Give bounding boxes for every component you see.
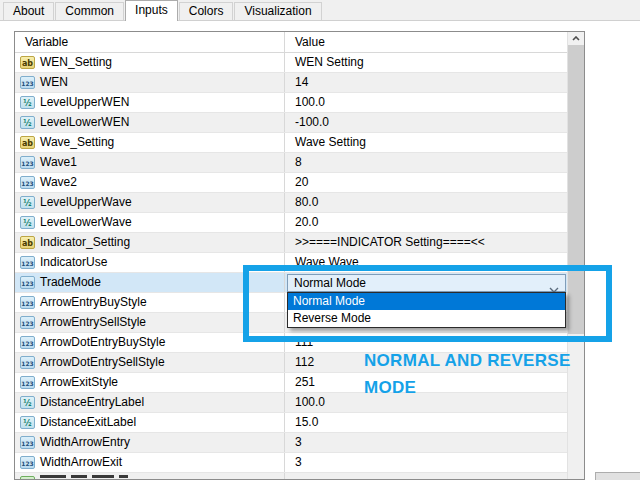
variable-cell[interactable]: abIndicator_Setting xyxy=(15,233,285,252)
table-row[interactable]: ½LevelLowerWEN-100.0 xyxy=(15,113,567,133)
value-cell[interactable]: 20 xyxy=(285,173,567,192)
variable-name: LevelUpperWEN xyxy=(40,93,129,112)
table-row[interactable]: 123ArrowExitStyle251 xyxy=(15,373,567,393)
table-row[interactable]: ½DistanceEntryLabel100.0 xyxy=(15,393,567,413)
scrollbar-thumb[interactable] xyxy=(568,45,584,334)
value-cell[interactable]: >>====INDICATOR Setting====<< xyxy=(285,233,567,252)
table-row[interactable]: abWEN_SettingWEN Setting xyxy=(15,53,567,73)
tab-visualization[interactable]: Visualization xyxy=(234,2,321,20)
variable-cell[interactable]: abWEN_Setting xyxy=(15,53,285,72)
variable-name: ArrowEntryBuyStyle xyxy=(40,293,147,312)
table-row[interactable]: ½LevelLowerWave20.0 xyxy=(15,213,567,233)
variable-cell[interactable]: 123Wave1 xyxy=(15,153,285,172)
value-cell[interactable]: Wave Wave xyxy=(285,253,567,272)
value-cell[interactable]: 251 xyxy=(285,373,567,392)
variable-name: LevelUpperWave xyxy=(40,193,132,212)
value-cell[interactable]: 20.0 xyxy=(285,213,567,232)
variable-cell[interactable]: 123ArrowExitStyle xyxy=(15,373,285,392)
variable-cell[interactable]: 123Wave2 xyxy=(15,173,285,192)
string-type-icon: ab xyxy=(20,236,35,249)
table-row[interactable]: ½LevelUpperWEN100.0 xyxy=(15,93,567,113)
value-cell[interactable]: 100.0 xyxy=(285,93,567,112)
value-cell[interactable]: WEN Setting xyxy=(285,53,567,72)
indicator-properties-dialog: { "tabs": { "items": [ {"label": "About"… xyxy=(0,0,640,480)
value-cell[interactable]: 3 xyxy=(285,453,567,472)
variable-cell[interactable]: 123WidthArrowEntry xyxy=(15,433,285,452)
variable-name: ArrowDotEntryBuyStyle xyxy=(40,333,165,352)
clipped-text-sliver xyxy=(40,475,66,478)
variable-name: Indicator_Setting xyxy=(40,233,130,252)
variable-cell[interactable]: 123ArrowEntrySellStyle xyxy=(15,313,285,332)
variable-cell[interactable]: 123IndicatorUse xyxy=(15,253,285,272)
variable-cell[interactable]: 123WidthArrowExit xyxy=(15,453,285,472)
table-row[interactable]: abWave_SettingWave Setting xyxy=(15,133,567,153)
variable-cell[interactable]: 123ArrowEntryBuyStyle xyxy=(15,293,285,312)
variable-cell[interactable]: ½LevelLowerWEN xyxy=(15,113,285,132)
double-type-icon: ½ xyxy=(20,396,35,409)
table-row[interactable]: ½LevelUpperWave80.0 xyxy=(15,193,567,213)
string-type-icon: ab xyxy=(20,136,35,149)
column-header-variable: Variable xyxy=(15,32,285,52)
table-row[interactable]: 123WidthArrowExit3 xyxy=(15,453,567,473)
value-cell[interactable]: 8 xyxy=(285,153,567,172)
integer-type-icon: 123 xyxy=(20,336,35,349)
variable-cell[interactable]: 123WEN xyxy=(15,73,285,92)
table-header: Variable Value xyxy=(15,32,567,53)
variable-cell[interactable]: ½DistanceExitLabel xyxy=(15,413,285,432)
variable-name: TradeMode xyxy=(40,273,101,292)
value-cell[interactable]: 14 xyxy=(285,73,567,92)
table-row[interactable]: 123WEN14 xyxy=(15,73,567,93)
variable-cell[interactable]: ½LevelUpperWave xyxy=(15,193,285,212)
value-cell[interactable]: -100.0 xyxy=(285,113,567,132)
table-row[interactable]: 123WidthArrowEntry3 xyxy=(15,433,567,453)
variable-cell[interactable]: ½DistanceEntryLabel xyxy=(15,393,285,412)
tab-about[interactable]: About xyxy=(3,2,54,20)
table-content: Variable Value abWEN_SettingWEN Setting1… xyxy=(15,32,567,479)
variable-name: Wave_Setting xyxy=(40,133,114,152)
table-rows: abWEN_SettingWEN Setting123WEN14½LevelUp… xyxy=(15,53,567,480)
value-cell[interactable]: 100.0 xyxy=(285,393,567,412)
variable-cell[interactable] xyxy=(15,473,285,480)
chevron-up-icon xyxy=(572,36,580,41)
trademode-combobox[interactable]: Normal Mode xyxy=(287,274,566,292)
variable-cell[interactable]: 123ArrowDotEntryBuyStyle xyxy=(15,333,285,352)
table-row[interactable]: 123Wave18 xyxy=(15,153,567,173)
table-row[interactable]: 123Wave220 xyxy=(15,173,567,193)
table-row[interactable]: 123IndicatorUseWave Wave xyxy=(15,253,567,273)
tab-inputs[interactable]: Inputs xyxy=(125,0,178,21)
value-cell[interactable] xyxy=(285,473,567,480)
variable-name: IndicatorUse xyxy=(40,253,107,272)
vertical-scrollbar[interactable] xyxy=(567,32,584,479)
integer-type-icon: 123 xyxy=(20,256,35,269)
variable-name: WidthArrowEntry xyxy=(40,433,130,452)
table-row[interactable]: ½DistanceExitLabel15.0 xyxy=(15,413,567,433)
integer-type-icon: 123 xyxy=(20,296,35,309)
value-cell[interactable]: Wave Setting xyxy=(285,133,567,152)
tab-common[interactable]: Common xyxy=(55,2,124,20)
value-cell[interactable]: 3 xyxy=(285,433,567,452)
table-row[interactable]: abIndicator_Setting>>====INDICATOR Setti… xyxy=(15,233,567,253)
table-row[interactable]: 123ArrowDotEntryBuyStyle111 xyxy=(15,333,567,353)
dropdown-option[interactable]: Reverse Mode xyxy=(288,310,565,327)
value-cell[interactable]: 15.0 xyxy=(285,413,567,432)
integer-type-icon: 123 xyxy=(20,276,35,289)
tab-colors[interactable]: Colors xyxy=(179,2,234,20)
variable-cell[interactable]: 123ArrowDotEntrySellStyle xyxy=(15,353,285,372)
table-row[interactable] xyxy=(15,473,567,480)
double-type-icon: ½ xyxy=(20,416,35,429)
value-cell[interactable]: 111 xyxy=(285,333,567,352)
variable-name: ArrowDotEntrySellStyle xyxy=(40,353,165,372)
dropdown-option[interactable]: Normal Mode xyxy=(288,293,565,310)
string-type-icon: ab xyxy=(20,56,35,69)
value-cell[interactable]: 80.0 xyxy=(285,193,567,212)
integer-type-icon: 123 xyxy=(20,356,35,369)
variable-cell[interactable]: ½LevelUpperWEN xyxy=(15,93,285,112)
variable-cell[interactable]: 123TradeMode xyxy=(15,273,285,292)
scroll-up-button[interactable] xyxy=(568,32,584,45)
double-type-icon: ½ xyxy=(20,96,35,109)
variable-cell[interactable]: abWave_Setting xyxy=(15,133,285,152)
variable-name: ArrowExitStyle xyxy=(40,373,118,392)
partial-button[interactable] xyxy=(595,472,640,480)
integer-type-icon: 123 xyxy=(20,156,35,169)
variable-cell[interactable]: ½LevelLowerWave xyxy=(15,213,285,232)
